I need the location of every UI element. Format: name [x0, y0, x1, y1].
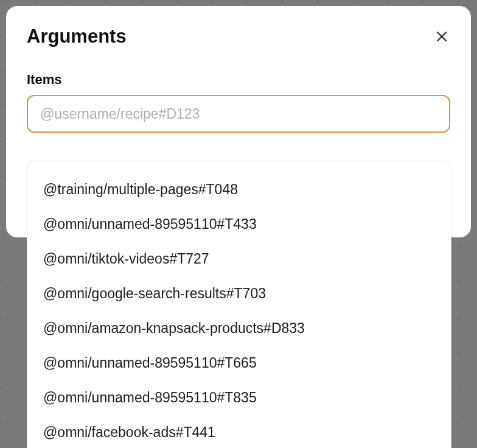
- suggestions-dropdown: @training/multiple-pages#T048 @omni/unna…: [27, 161, 451, 448]
- close-button[interactable]: [433, 28, 450, 45]
- suggestion-item[interactable]: @omni/unnamed-89595110#T665: [27, 346, 451, 380]
- suggestion-item[interactable]: @omni/google-search-results#T703: [27, 276, 451, 311]
- suggestion-item[interactable]: @omni/amazon-knapsack-products#D833: [27, 311, 451, 346]
- items-label: Items: [27, 72, 450, 88]
- suggestion-item[interactable]: @omni/facebook-ads#T441: [27, 415, 451, 448]
- suggestion-item[interactable]: @omni/tiktok-videos#T727: [27, 242, 451, 276]
- close-icon: [434, 29, 449, 44]
- items-input-wrap: [27, 95, 450, 133]
- items-input[interactable]: [27, 95, 450, 133]
- suggestion-item[interactable]: @omni/unnamed-89595110#T433: [27, 207, 451, 242]
- suggestion-item[interactable]: @omni/unnamed-89595110#T835: [27, 380, 451, 415]
- modal-header: Arguments: [27, 26, 450, 47]
- modal-title: Arguments: [27, 26, 127, 47]
- suggestion-item[interactable]: @training/multiple-pages#T048: [27, 172, 451, 207]
